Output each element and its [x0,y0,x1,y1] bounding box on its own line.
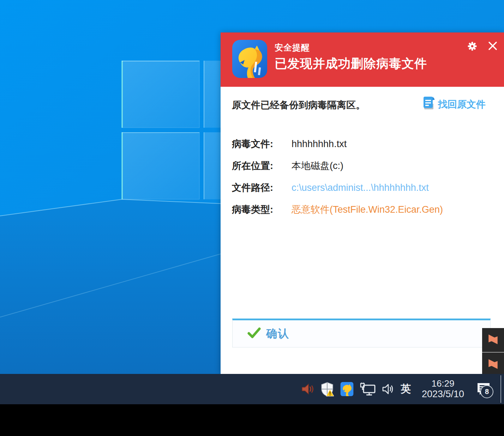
row-label: 文件路径: [232,181,292,194]
show-desktop-divider[interactable] [500,375,501,403]
clock-time: 16:29 [416,379,469,389]
dialog-header: 安全提醒 已发现并成功删除病毒文件 [221,32,504,87]
clock-date: 2023/5/10 [416,389,469,400]
row-label: 所在位置: [232,159,292,172]
restore-file-label: 找回原文件 [438,98,486,111]
kingsoft-leopard-icon [232,40,267,78]
confirm-button-label: 确认 [266,326,289,341]
ime-indicator[interactable]: 英 [401,382,411,396]
detail-row-virus-file: 病毒文件: hhhhhhhh.txt [232,137,493,151]
orange-bowtie-icon [487,333,499,347]
dialog-title: 已发现并成功删除病毒文件 [275,56,427,71]
detail-row-location: 所在位置: 本地磁盘(c:) [232,159,493,173]
detail-row-virus-type: 病毒类型: 恶意软件(TestFile.Win32.Eicar.Gen) [232,202,493,217]
restore-file-icon [421,96,436,113]
restore-file-link[interactable]: 找回原文件 [421,96,486,113]
defender-shield-icon[interactable] [320,382,334,396]
virus-file-value: hhhhhhhh.txt [292,139,347,150]
network-icon[interactable] [360,382,376,396]
virus-type-value: 恶意软件(TestFile.Win32.Eicar.Gen) [292,203,443,216]
orange-bowtie-icon [487,358,499,371]
action-center-icon[interactable]: 8 [475,381,491,397]
system-tray: 英 16:29 2023/5/10 8 [301,374,491,404]
side-widget-top[interactable] [482,328,504,352]
security-alert-dialog: 安全提醒 已发现并成功删除病毒文件 [221,32,504,374]
volume-icon[interactable] [382,383,395,395]
row-label: 病毒类型: [232,203,292,216]
dialog-badge-label: 安全提醒 [275,43,310,52]
backup-message: 原文件已经备份到病毒隔离区。 [232,99,365,111]
row-label: 病毒文件: [232,138,292,150]
notification-badge: 8 [480,385,493,398]
detail-row-file-path: 文件路径: c:\users\administ...\hhhhhhhh.txt [232,181,493,195]
green-check-icon [247,327,261,340]
taskbar-clock[interactable]: 16:29 2023/5/10 [416,379,469,400]
recording-speaker-icon[interactable] [301,383,314,395]
antivirus-tray-icon[interactable] [340,382,354,396]
file-path-value: c:\users\administ...\hhhhhhhh.txt [292,182,429,193]
gear-icon[interactable] [467,41,478,52]
bottom-letterbox [0,404,504,436]
screen: 安全提醒 已发现并成功删除病毒文件 [0,0,504,436]
confirm-button[interactable]: 确认 [232,319,491,347]
location-value: 本地磁盘(c:) [292,159,343,172]
side-widget-bottom[interactable] [482,352,504,377]
taskbar: 英 16:29 2023/5/10 8 [0,374,504,404]
close-icon[interactable] [487,41,498,51]
